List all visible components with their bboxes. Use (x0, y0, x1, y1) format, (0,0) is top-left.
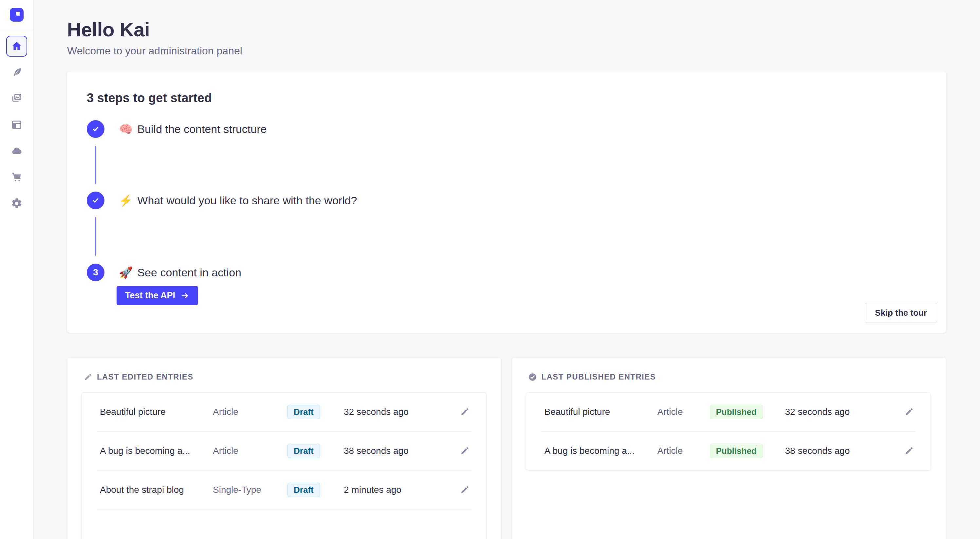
entry-title: A bug is becoming a... (100, 446, 213, 456)
step-1-text: Build the content structure (137, 123, 267, 135)
pencil-icon (460, 446, 470, 456)
arrow-right-icon (180, 291, 189, 300)
layout-icon (11, 119, 22, 130)
widget-title: LAST PUBLISHED ENTRIES (542, 372, 656, 382)
home-icon (11, 40, 22, 52)
check-icon (91, 124, 100, 134)
step-2-label: ⚡ What would you like to share with the … (119, 192, 357, 209)
entry-title: Beautiful picture (544, 407, 657, 417)
entry-time: 38 seconds ago (785, 446, 902, 456)
entry-title: About the strapi blog (100, 485, 213, 495)
entry-title: A bug is becoming a... (544, 446, 657, 456)
table-row (81, 510, 486, 539)
feather-icon (11, 67, 22, 78)
last-published-entries-widget: LAST PUBLISHED ENTRIES Beautiful picture… (512, 357, 946, 539)
sidebar-divider (0, 31, 33, 31)
test-api-button[interactable]: Test the API (116, 286, 198, 305)
table-row: Beautiful picture Article Published 32 s… (526, 393, 931, 431)
strapi-logo-icon (10, 8, 24, 22)
table-row: A bug is becoming a... Article Published… (526, 432, 931, 470)
brain-emoji: 🧠 (119, 122, 133, 135)
test-api-label: Test the API (125, 291, 175, 301)
step-2-done-indicator (87, 192, 105, 209)
status-badge: Published (710, 444, 763, 458)
pencil-icon (460, 407, 470, 417)
entry-kind: Single-Type (213, 485, 288, 495)
table-row: Beautiful picture Article Draft 32 secon… (81, 393, 486, 431)
sidebar-item-cloud[interactable] (6, 140, 27, 161)
step-3-text: See content in action (137, 266, 241, 279)
entry-time: 32 seconds ago (344, 407, 457, 417)
status-badge: Draft (288, 405, 320, 419)
sidebar-item-content-type-builder[interactable] (6, 114, 27, 135)
cart-icon (11, 171, 22, 183)
entry-title: Beautiful picture (100, 407, 213, 417)
entry-kind: Article (657, 446, 710, 456)
status-badge: Published (710, 405, 763, 419)
edit-entry-button[interactable] (902, 444, 916, 458)
strapi-logo (10, 8, 24, 22)
step-3-label: 🚀 See content in action (119, 264, 241, 281)
edit-entry-button[interactable] (902, 405, 916, 419)
entry-time: 32 seconds ago (785, 407, 902, 417)
entry-time: 2 minutes ago (344, 485, 457, 495)
last-edited-entries-widget: LAST EDITED ENTRIES Beautiful picture Ar… (67, 357, 502, 539)
check-circle-icon (528, 373, 537, 382)
status-badge: Draft (288, 483, 320, 497)
entries-table: Beautiful picture Article Published 32 s… (526, 392, 931, 471)
gear-icon (11, 197, 22, 209)
main-content: Hello Kai Welcome to your administration… (34, 0, 980, 539)
step-1-done-indicator (87, 120, 105, 138)
step-connector-line (95, 217, 96, 256)
entry-kind: Article (657, 407, 710, 417)
page-subtitle: Welcome to your administration panel (67, 45, 946, 57)
check-icon (91, 196, 100, 205)
entry-time: 38 seconds ago (344, 446, 457, 456)
media-library-icon (11, 93, 22, 105)
skip-tour-button[interactable]: Skip the tour (865, 303, 937, 323)
entries-table: Beautiful picture Article Draft 32 secon… (81, 392, 487, 539)
page-title: Hello Kai (67, 0, 946, 41)
pencil-icon (460, 485, 470, 495)
step-1-label: 🧠 Build the content structure (119, 120, 267, 138)
widget-header: LAST EDITED ENTRIES (67, 358, 501, 382)
sidebar-item-settings[interactable] (6, 193, 27, 214)
sidebar (0, 0, 33, 539)
rocket-emoji: 🚀 (119, 266, 133, 279)
pencil-icon (904, 446, 914, 456)
lightning-emoji: ⚡ (119, 194, 133, 207)
step-connector-line (95, 146, 96, 184)
sidebar-item-marketplace[interactable] (6, 167, 27, 188)
guided-tour-title: 3 steps to get started (87, 91, 212, 105)
entry-kind: Article (213, 407, 288, 417)
edit-entry-button[interactable] (457, 405, 472, 419)
cloud-icon (11, 145, 22, 157)
edit-entry-button[interactable] (457, 444, 472, 458)
edit-entry-button[interactable] (457, 483, 472, 497)
step-2-text: What would you like to share with the wo… (137, 194, 357, 207)
entry-kind: Article (213, 446, 288, 456)
pencil-icon (904, 407, 914, 417)
status-badge: Draft (288, 444, 320, 458)
table-row: A bug is becoming a... Article Draft 38 … (81, 432, 486, 470)
pencil-icon (83, 373, 92, 382)
step-3-number-indicator: 3 (87, 264, 105, 281)
widget-header: LAST PUBLISHED ENTRIES (512, 358, 946, 382)
sidebar-item-home[interactable] (6, 36, 27, 57)
sidebar-item-content-manager[interactable] (6, 62, 27, 83)
widget-title: LAST EDITED ENTRIES (97, 372, 194, 382)
guided-tour-card: 3 steps to get started 3 🧠 Build the con… (67, 72, 946, 333)
sidebar-item-media-library[interactable] (6, 88, 27, 109)
table-row: About the strapi blog Single-Type Draft … (81, 471, 486, 509)
